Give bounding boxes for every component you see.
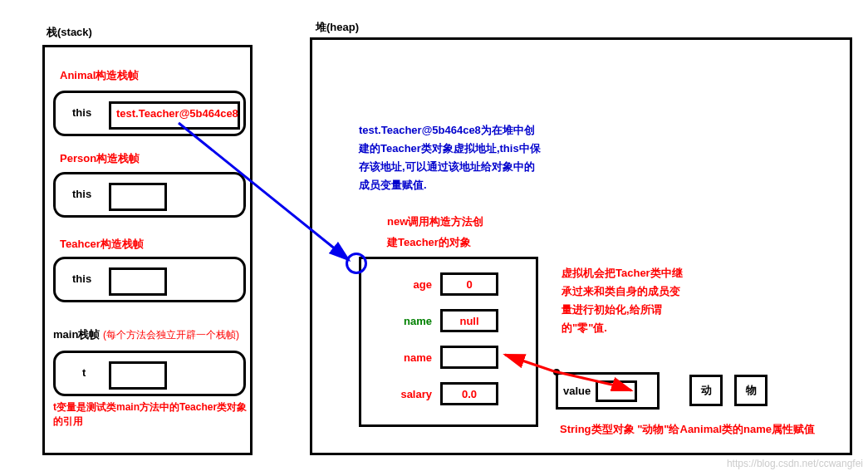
value-label: value [563, 385, 591, 397]
main-title-text: main栈帧 [53, 328, 100, 341]
teacher-this-slot [109, 267, 167, 296]
stack-container: Animal构造栈帧 this test.Teacher@5b464ce8 Pe… [42, 45, 253, 455]
field-name2: name [386, 346, 498, 369]
frame-person: this [53, 172, 246, 218]
name2-label: name [386, 351, 432, 364]
field-name1: name null [386, 309, 498, 332]
value-slot [596, 380, 637, 402]
init-note: 虚拟机会把Tacher类中继 承过来和类自身的成员变 量进行初始化,给所谓 的"… [562, 264, 683, 337]
heap-title: 堆(heap) [316, 20, 359, 35]
new-note-l2: 建Teacher的对象 [387, 235, 471, 250]
frame-person-title: Person构造栈帧 [60, 151, 140, 166]
dot-icon [553, 369, 560, 375]
t-label: t [82, 366, 86, 379]
t-slot [109, 361, 167, 390]
frame-main-title: main栈帧 (每个方法会独立开辟一个栈帧) [53, 327, 239, 342]
salary-value: 0.0 [440, 382, 498, 405]
frame-teacher-title: Teahcer构造栈帧 [60, 237, 144, 252]
animal-this-label: this [72, 106, 91, 119]
init-l1: 虚拟机会把Tacher类中继 [562, 264, 683, 282]
frame-main: t [53, 351, 246, 396]
name1-label: name [386, 315, 432, 327]
init-l3: 量进行初始化,给所谓 [562, 301, 683, 319]
salary-label: salary [386, 388, 432, 400]
t-note: t变量是测试类main方法中的Teacher类对象的引用 [53, 400, 250, 429]
heap-explain: test.Teacher@5b464ce8为在堆中创建的Teacher类对象虚拟… [359, 121, 542, 194]
init-l4: 的"零"值. [562, 319, 683, 337]
heap-container: test.Teacher@5b464ce8为在堆中创建的Teacher类对象虚拟… [310, 37, 852, 455]
animal-this-slot: test.Teacher@5b464ce8 [109, 101, 240, 130]
name2-value [440, 346, 498, 369]
person-this-slot [109, 183, 167, 211]
new-note-l1: new调用构造方法创 [387, 214, 483, 229]
frame-animal-title: Animal构造栈帧 [60, 68, 139, 83]
field-age: age 0 [386, 272, 498, 296]
char-1: 动 [689, 375, 723, 406]
stack-title: 栈(stack) [47, 25, 92, 40]
char-2: 物 [734, 375, 767, 406]
frame-teacher: this [53, 257, 246, 302]
field-salary: salary 0.0 [386, 382, 498, 405]
init-l2: 承过来和类自身的成员变 [562, 282, 683, 301]
watermark: https://blog.csdn.net/ccwangfei [727, 458, 863, 469]
frame-animal: this test.Teacher@5b464ce8 [53, 91, 246, 136]
age-value: 0 [440, 272, 498, 296]
main-note: (每个方法会独立开辟一个栈帧) [103, 329, 239, 341]
name1-value: null [440, 309, 498, 332]
teacher-this-label: this [72, 272, 91, 285]
string-object: value [556, 372, 660, 410]
age-label: age [386, 278, 432, 291]
string-note: String类型对象 "动物"给Aanimal类的name属性赋值 [560, 422, 815, 437]
teacher-object: age 0 name null name salary 0.0 [359, 257, 538, 427]
person-this-label: this [72, 188, 91, 200]
pointer-circle-icon [346, 253, 367, 274]
